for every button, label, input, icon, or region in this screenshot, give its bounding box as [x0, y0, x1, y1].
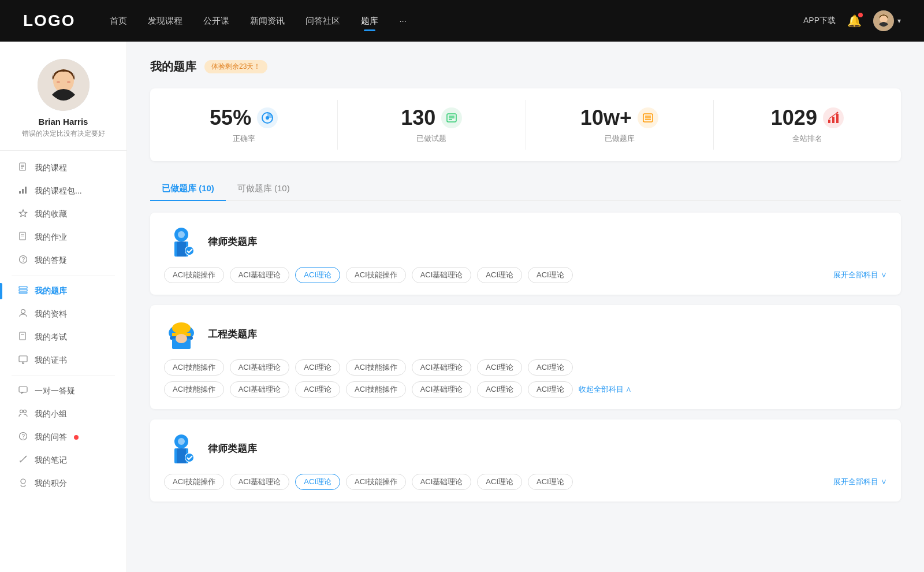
stat-value-accuracy: 55% [210, 106, 251, 130]
lawyer-icon-2 [164, 431, 199, 466]
tag2-1-5[interactable]: ACI理论 [477, 381, 522, 398]
tag-1-1[interactable]: ACI基础理论 [230, 359, 290, 376]
stat-top-accuracy: 55% [210, 106, 278, 130]
sidebar-item-my-qbank[interactable]: 我的题库 [0, 280, 126, 303]
nav-link-news[interactable]: 新闻资讯 [250, 16, 285, 27]
svg-point-64 [185, 454, 193, 462]
tag2-1-4[interactable]: ACI基础理论 [412, 381, 472, 398]
stat-done-banks: 10w+ 已做题库 [526, 100, 714, 150]
stat-top-banks: 10w+ [580, 106, 658, 130]
sidebar-item-one-on-one[interactable]: 一对一答疑 [0, 380, 126, 403]
tag-2-0[interactable]: ACI技能操作 [164, 474, 224, 490]
sidebar-item-my-homework[interactable]: 我的作业 [0, 226, 126, 249]
app-download-link[interactable]: APP下载 [803, 16, 836, 26]
engineer-icon [164, 317, 199, 351]
tags-row2-1: ACI技能操作 ACI基础理论 ACI理论 ACI技能操作 ACI基础理论 AC… [164, 381, 632, 398]
tag2-1-2[interactable]: ACI理论 [295, 381, 340, 398]
svg-rect-27 [19, 387, 27, 392]
sidebar-item-my-courses[interactable]: 我的课程 [0, 157, 126, 180]
tag-2-5[interactable]: ACI理论 [477, 474, 522, 490]
sidebar-item-my-packages[interactable]: 我的课程包... [0, 180, 126, 203]
svg-point-62 [178, 438, 185, 445]
tag2-1-3[interactable]: ACI技能操作 [346, 381, 406, 398]
stat-done-questions: 130 已做试题 [338, 100, 526, 150]
stat-label-ranking: 全站排名 [792, 133, 822, 144]
svg-point-51 [178, 231, 185, 238]
sidebar-item-my-profile[interactable]: 我的资料 [0, 303, 126, 326]
qbank-title-1: 工程类题库 [208, 328, 257, 341]
qa-icon: ? [17, 432, 29, 443]
sidebar-item-my-exams[interactable]: 我的考试 [0, 326, 126, 349]
notification-dot [858, 13, 863, 17]
svg-point-57 [172, 322, 191, 334]
sidebar-item-my-notes[interactable]: 我的笔记 [0, 449, 126, 472]
tag-0-2[interactable]: ACI理论 [295, 267, 340, 283]
qbank-tags-area-1: ACI技能操作 ACI基础理论 ACI理论 ACI技能操作 ACI基础理论 AC… [164, 359, 887, 398]
sidebar-item-my-questions[interactable]: ? 我的答疑 [0, 249, 126, 272]
expand-link-2[interactable]: 展开全部科目 ∨ [833, 477, 887, 487]
tag-2-1[interactable]: ACI基础理论 [230, 474, 290, 490]
tag-1-3[interactable]: ACI技能操作 [346, 359, 406, 376]
stat-ranking: 1029 全站排名 [714, 100, 901, 150]
nav-link-courses[interactable]: 发现课程 [148, 16, 182, 27]
sidebar-label-my-group: 我的小组 [35, 409, 67, 419]
tag-1-5[interactable]: ACI理论 [477, 359, 522, 376]
tag-0-3[interactable]: ACI技能操作 [346, 267, 406, 283]
stat-value-banks: 10w+ [580, 106, 632, 130]
svg-rect-25 [19, 356, 27, 362]
sidebar-label-my-questions: 我的答疑 [35, 255, 67, 266]
page-title: 我的题库 [150, 59, 196, 75]
tag-0-4[interactable]: ACI基础理论 [412, 267, 472, 283]
nav-link-open-course[interactable]: 公开课 [203, 16, 229, 27]
svg-point-29 [24, 410, 27, 413]
tab-available-banks[interactable]: 可做题库 (10) [226, 177, 301, 200]
cert-icon [17, 355, 29, 366]
svg-point-26 [23, 362, 24, 364]
tag-0-6[interactable]: ACI理论 [528, 267, 573, 283]
stat-label-accuracy: 正确率 [233, 133, 255, 144]
tag-1-4[interactable]: ACI基础理论 [412, 359, 472, 376]
collapse-link-1[interactable]: 收起全部科目 ∧ [579, 384, 632, 395]
sidebar-item-my-favorites[interactable]: 我的收藏 [0, 203, 126, 226]
tag-1-6[interactable]: ACI理论 [528, 359, 573, 376]
svg-rect-23 [20, 332, 25, 340]
tag-2-2[interactable]: ACI理论 [295, 474, 340, 490]
nav-link-qa[interactable]: 问答社区 [305, 16, 340, 27]
tag-1-2[interactable]: ACI理论 [295, 359, 340, 376]
sidebar-label-my-homework: 我的作业 [35, 232, 67, 243]
svg-text:?: ? [22, 433, 25, 440]
qbank-card-1: 工程类题库 ACI技能操作 ACI基础理论 ACI理论 ACI技能操作 ACI基… [150, 305, 901, 409]
user-avatar-menu[interactable]: ▾ [873, 10, 901, 31]
tag-0-5[interactable]: ACI理论 [477, 267, 522, 283]
chat-icon [17, 385, 29, 397]
nav-link-more[interactable]: ··· [399, 16, 407, 27]
profile-slogan: 错误的决定比没有决定要好 [13, 129, 114, 139]
qbank-title-0: 律师类题库 [208, 235, 257, 248]
tag2-1-6[interactable]: ACI理论 [528, 381, 573, 398]
tag-2-3[interactable]: ACI技能操作 [346, 474, 406, 490]
tag-1-0[interactable]: ACI技能操作 [164, 359, 224, 376]
svg-marker-13 [20, 210, 27, 217]
sidebar-item-my-certs[interactable]: 我的证书 [0, 349, 126, 372]
qbank-header-2: 律师类题库 [164, 431, 887, 466]
notification-bell[interactable]: 🔔 [847, 14, 862, 28]
tag-0-1[interactable]: ACI基础理论 [230, 267, 290, 283]
tag-2-4[interactable]: ACI基础理论 [412, 474, 472, 490]
sidebar-label-my-qa: 我的问答 [35, 432, 67, 443]
main-content: 我的题库 体验剩余23天！ 55% 正确率 [127, 42, 924, 572]
tag2-1-0[interactable]: ACI技能操作 [164, 381, 224, 398]
expand-link-0[interactable]: 展开全部科目 ∨ [833, 270, 887, 280]
tab-done-banks[interactable]: 已做题库 (10) [150, 177, 226, 200]
svg-rect-11 [22, 189, 24, 194]
nav-link-home[interactable]: 首页 [110, 16, 127, 27]
svg-text:?: ? [22, 257, 25, 263]
sidebar-item-my-points[interactable]: 我的积分 [0, 472, 126, 495]
sidebar-item-my-group[interactable]: 我的小组 [0, 403, 126, 426]
tag2-1-1[interactable]: ACI基础理论 [230, 381, 290, 398]
tag-0-0[interactable]: ACI技能操作 [164, 267, 224, 283]
sidebar-item-my-qa[interactable]: ? 我的问答 [0, 426, 126, 449]
svg-point-59 [176, 334, 187, 343]
nav-link-qbank[interactable]: 题库 [361, 16, 378, 27]
tag-2-6[interactable]: ACI理论 [528, 474, 573, 490]
stat-value-ranking: 1029 [771, 106, 817, 130]
